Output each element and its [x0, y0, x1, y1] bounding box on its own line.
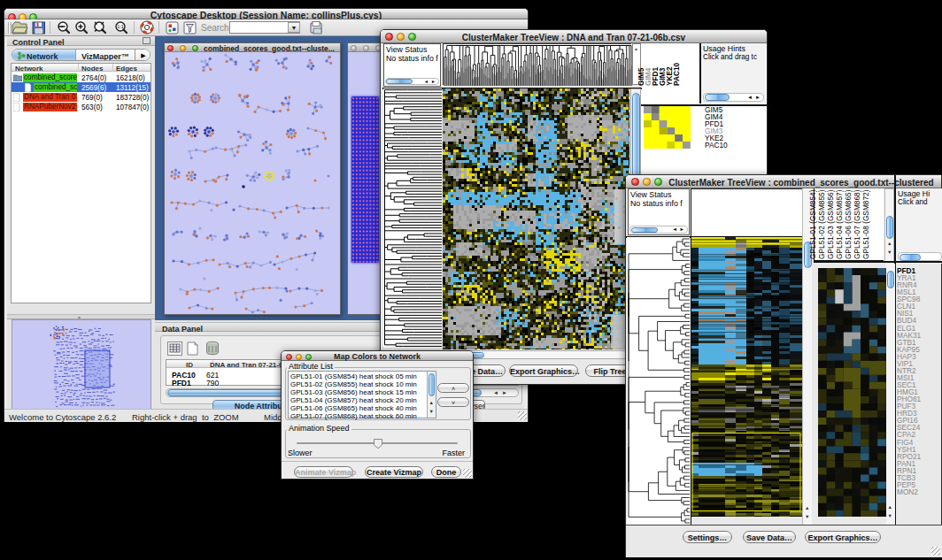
svg-text:1:1: 1:1 — [117, 24, 124, 29]
